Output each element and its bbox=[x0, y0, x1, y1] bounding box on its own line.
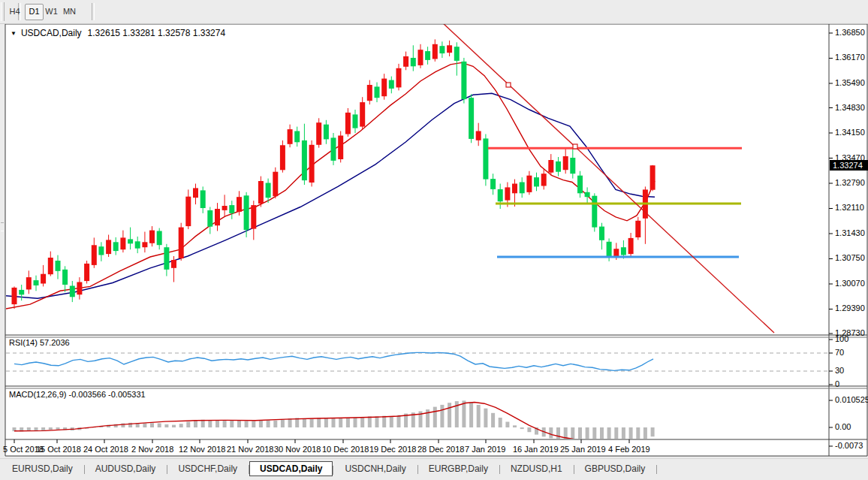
symbol-dropdown-arrow[interactable]: ▼ bbox=[11, 30, 17, 37]
macd-scale-label: -0.0073 bbox=[835, 441, 868, 450]
chart-tabs: EURUSD,DailyAUDUSD,DailyUSDCHF,DailyUSDC… bbox=[0, 458, 868, 478]
date-tick-label: 19 Dec 2018 bbox=[369, 445, 416, 454]
date-tick-label: 16 Jan 2019 bbox=[513, 445, 559, 454]
date-tick-label: 15 Oct 2018 bbox=[36, 445, 81, 454]
chart-tab-gbpusd[interactable]: GBPUSD,Daily bbox=[574, 461, 656, 476]
date-tick-label: 24 Oct 2018 bbox=[83, 445, 128, 454]
macd-scale-label: 0.010525 bbox=[835, 395, 868, 404]
macd-indicator-label: MACD(12,26,9) -0.003566 -0.005331 bbox=[9, 390, 146, 399]
chart-symbol-label: ▼USDCAD,Daily1.32615 1.33281 1.32578 1.3… bbox=[11, 28, 225, 38]
date-tick-label: 28 Dec 2018 bbox=[417, 445, 464, 454]
chart-tab-usdcad[interactable]: USDCAD,Daily bbox=[249, 461, 333, 476]
toolbar-separator-right bbox=[92, 3, 95, 20]
rsi-scale-label: 100 bbox=[835, 334, 868, 343]
date-tick-label: 30 Nov 2018 bbox=[274, 445, 321, 454]
price-tick-label: 1.30750 bbox=[835, 253, 868, 262]
price-tick-label: 1.29390 bbox=[835, 303, 868, 312]
price-tick-label: 1.32790 bbox=[835, 178, 868, 187]
price-tick-label: 1.35490 bbox=[835, 78, 868, 87]
date-tick-label: 12 Nov 2018 bbox=[179, 445, 225, 454]
macd-scale-label: 0.00 bbox=[835, 422, 868, 431]
chart-tab-usdcnh[interactable]: USDCNH,Daily bbox=[334, 461, 416, 476]
price-tick-label: 1.34830 bbox=[835, 103, 868, 112]
rsi-indicator-label: RSI(14) 57.2036 bbox=[9, 338, 70, 347]
chart-tab-nzdusd[interactable]: NZDUSD,H1 bbox=[500, 461, 573, 476]
current-price-badge: 1.33274 bbox=[830, 160, 868, 171]
price-tick-label: 1.34150 bbox=[835, 128, 868, 137]
date-tick-label: 21 Nov 2018 bbox=[227, 445, 273, 454]
chart-graphics[interactable] bbox=[0, 0, 868, 480]
date-tick-label: 4 Feb 2019 bbox=[608, 445, 650, 454]
timeframe-button-w1[interactable]: W1 bbox=[43, 4, 60, 19]
price-tick-label: 1.36850 bbox=[835, 28, 868, 37]
date-tick-label: 10 Dec 2018 bbox=[322, 445, 369, 454]
rsi-scale-label: 30 bbox=[835, 366, 868, 375]
timeframe-toolbar: H4D1W1MN bbox=[0, 0, 868, 24]
date-tick-label: 2 Nov 2018 bbox=[131, 445, 173, 454]
timeframe-button-h4[interactable]: H4 bbox=[6, 4, 23, 19]
price-tick-label: 1.30070 bbox=[835, 279, 868, 288]
chart-tab-usdchf[interactable]: USDCHF,Daily bbox=[167, 461, 248, 476]
symbol-name: USDCAD,Daily bbox=[21, 28, 82, 38]
chart-tab-audusd[interactable]: AUDUSD,Daily bbox=[85, 461, 167, 476]
chart-tab-eurgbp[interactable]: EURGBP,Daily bbox=[418, 461, 499, 476]
rsi-scale-label: 0 bbox=[835, 379, 868, 388]
chart-tab-eurusd[interactable]: EURUSD,Daily bbox=[2, 461, 83, 476]
date-tick-label: 7 Jan 2019 bbox=[465, 445, 505, 454]
timeframe-button-mn[interactable]: MN bbox=[61, 4, 78, 19]
mt4-terminal: H4D1W1MN ▼USDCAD,Daily1.32615 1.33281 1.… bbox=[0, 0, 868, 480]
date-tick-label: 25 Jan 2019 bbox=[560, 445, 606, 454]
window-splitter-mark[interactable] bbox=[1, 222, 4, 231]
timeframe-button-d1[interactable]: D1 bbox=[25, 4, 44, 20]
ohlc-quote-text: 1.32615 1.33281 1.32578 1.33274 bbox=[88, 28, 226, 38]
toolbar-drag-handle[interactable] bbox=[1, 2, 5, 21]
price-tick-label: 1.32110 bbox=[835, 203, 868, 212]
price-tick-label: 1.31430 bbox=[835, 228, 868, 237]
price-tick-label: 1.36170 bbox=[835, 53, 868, 62]
rsi-scale-label: 70 bbox=[835, 348, 868, 357]
